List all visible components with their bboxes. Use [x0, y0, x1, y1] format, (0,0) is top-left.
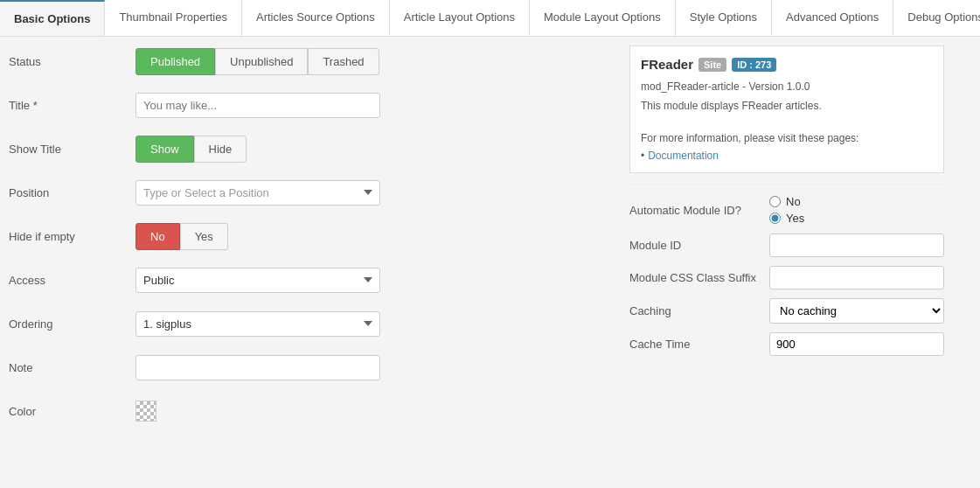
access-label: Access: [9, 274, 136, 287]
position-select[interactable]: Type or Select a Position: [136, 180, 380, 206]
show-title-label: Show Title: [9, 143, 136, 156]
auto-module-id-no-label: No: [786, 195, 801, 208]
unpublished-button[interactable]: Unpublished: [215, 48, 308, 75]
tab-articles-source-options[interactable]: Articles Source Options: [242, 0, 390, 36]
hide-button[interactable]: Hide: [194, 136, 247, 163]
main-content: Status Published Unpublished Trashed Tit…: [0, 37, 980, 448]
caching-control: No caching: [769, 298, 944, 324]
note-control: [136, 355, 621, 380]
badge-id: ID : 273: [732, 58, 776, 72]
auto-module-id-control: No Yes: [769, 195, 944, 225]
tab-article-layout-options[interactable]: Article Layout Options: [390, 0, 530, 36]
ordering-select[interactable]: 1. sigplus: [136, 311, 380, 337]
info-more: For more information, please visit these…: [641, 130, 933, 146]
show-title-row: Show Title Show Hide: [9, 133, 621, 164]
auto-module-id-label: Automatic Module ID?: [629, 204, 769, 217]
auto-module-id-yes-radio[interactable]: [769, 213, 781, 224]
auto-module-id-yes-item[interactable]: Yes: [769, 212, 944, 225]
info-title: FReader Site ID : 273: [641, 57, 933, 72]
position-control: Type or Select a Position: [136, 180, 621, 206]
no-button[interactable]: No: [136, 223, 180, 250]
tab-thumbnail-properties[interactable]: Thumbnail Properties: [105, 0, 242, 36]
tab-module-layout-options[interactable]: Module Layout Options: [530, 0, 676, 36]
ordering-control: 1. sigplus: [136, 311, 621, 337]
hide-if-empty-control: No Yes: [136, 223, 621, 250]
published-button[interactable]: Published: [136, 48, 215, 75]
left-panel: Status Published Unpublished Trashed Tit…: [9, 45, 621, 439]
module-id-control: [769, 234, 944, 257]
position-row: Position Type or Select a Position: [9, 177, 621, 208]
ordering-row: Ordering 1. sigplus: [9, 308, 621, 339]
bullet-icon: •: [641, 150, 644, 162]
hide-if-empty-label: Hide if empty: [9, 230, 136, 243]
access-control: Public: [136, 268, 621, 293]
position-label: Position: [9, 186, 136, 199]
note-label: Note: [9, 361, 136, 374]
tab-style-options[interactable]: Style Options: [676, 0, 772, 36]
right-panel: FReader Site ID : 273 mod_FReader-articl…: [629, 45, 944, 439]
module-css-label: Module CSS Class Suffix: [629, 271, 769, 284]
tab-advanced-options[interactable]: Advanced Options: [772, 0, 893, 36]
title-control: [136, 93, 621, 118]
auto-module-id-no-radio[interactable]: [769, 196, 781, 207]
access-select[interactable]: Public: [136, 268, 380, 293]
color-picker[interactable]: [136, 401, 156, 422]
tabs-bar: Basic Options Thumbnail Properties Artic…: [0, 0, 980, 37]
auto-module-id-group: No Yes: [769, 195, 944, 225]
caching-row: Caching No caching: [629, 298, 944, 324]
color-control: [136, 401, 621, 422]
module-id-input[interactable]: [769, 234, 944, 257]
module-id-label: Module ID: [629, 239, 769, 252]
hide-if-empty-row: Hide if empty No Yes: [9, 220, 621, 252]
doc-link-row: • Documentation: [641, 150, 933, 162]
caching-select[interactable]: No caching: [769, 298, 944, 324]
status-control: Published Unpublished Trashed: [136, 48, 621, 75]
cache-time-input[interactable]: [769, 332, 944, 356]
info-box: FReader Site ID : 273 mod_FReader-articl…: [629, 45, 944, 173]
cache-time-label: Cache Time: [629, 338, 769, 351]
doc-link[interactable]: Documentation: [648, 150, 719, 162]
color-row: Color: [9, 395, 621, 427]
badge-site: Site: [699, 58, 726, 72]
noyes-group: No Yes: [136, 223, 621, 250]
title-input[interactable]: [136, 93, 380, 118]
tab-debug-options[interactable]: Debug Options: [893, 0, 980, 36]
tab-basic-options[interactable]: Basic Options: [0, 0, 105, 36]
title-label: Title *: [9, 99, 136, 112]
module-id-row: Module ID: [629, 234, 944, 257]
note-row: Note: [9, 352, 621, 383]
auto-module-id-yes-label: Yes: [786, 212, 804, 225]
trashed-button[interactable]: Trashed: [308, 48, 379, 75]
info-title-text: FReader: [641, 57, 693, 72]
access-row: Access Public: [9, 264, 621, 296]
status-group: Published Unpublished Trashed: [136, 48, 621, 75]
divider: [629, 184, 944, 185]
cache-time-row: Cache Time: [629, 332, 944, 356]
show-title-control: Show Hide: [136, 136, 621, 163]
info-line1: mod_FReader-article - Version 1.0.0: [641, 79, 933, 94]
caching-label: Caching: [629, 304, 769, 317]
module-css-control: [769, 266, 944, 289]
auto-module-id-row: Automatic Module ID? No Yes: [629, 195, 944, 225]
color-label: Color: [9, 405, 136, 418]
info-line2: This module displays FReader articles.: [641, 98, 933, 114]
status-row: Status Published Unpublished Trashed: [9, 45, 621, 77]
auto-module-id-no-item[interactable]: No: [769, 195, 944, 208]
cache-time-control: [769, 332, 944, 356]
module-css-input[interactable]: [769, 266, 944, 289]
show-button[interactable]: Show: [136, 136, 194, 163]
note-input[interactable]: [136, 355, 380, 380]
ordering-label: Ordering: [9, 317, 136, 331]
yes-button[interactable]: Yes: [180, 223, 228, 250]
module-css-row: Module CSS Class Suffix: [629, 266, 944, 289]
status-label: Status: [9, 55, 136, 68]
title-row: Title *: [9, 89, 621, 121]
show-title-group: Show Hide: [136, 136, 621, 163]
